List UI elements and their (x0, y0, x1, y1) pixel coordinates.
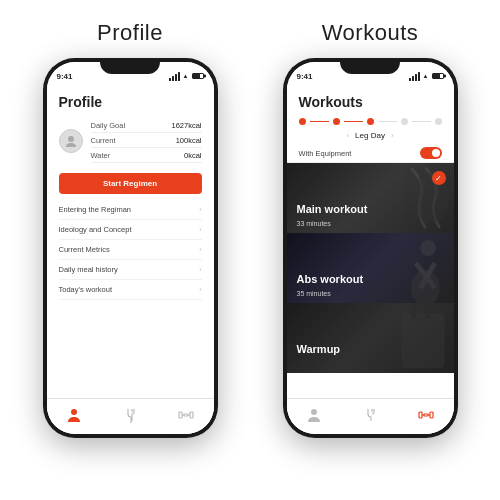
main-workout-card[interactable]: Main workout 33 minutes ✓ (287, 163, 454, 233)
svg-point-1 (71, 409, 77, 415)
workouts-phone: 9:41 ▲ Workouts (283, 58, 458, 438)
phone-notch (340, 58, 400, 74)
profile-status-icons: ▲ (169, 72, 204, 81)
stat-daily-goal: Daily Goal 1627kcal (91, 118, 202, 133)
day-nav: ‹ Leg Day › (287, 129, 454, 144)
avatar (59, 129, 83, 153)
progress-line-3 (378, 121, 397, 123)
progress-line-1 (310, 121, 329, 123)
profile-avatar-row: Daily Goal 1627kcal Current 100kcal Wate… (47, 114, 214, 167)
equipment-row: With Equipment (287, 144, 454, 163)
profile-section: Profile 9:41 ▲ (43, 20, 218, 438)
progress-dot-5 (435, 118, 442, 125)
prev-day-icon[interactable]: ‹ (346, 131, 349, 140)
progress-dot-1 (299, 118, 306, 125)
progress-line-4 (412, 121, 431, 123)
chevron-icon: › (199, 206, 201, 213)
equipment-toggle[interactable] (420, 147, 442, 159)
nav-workout-icon[interactable] (418, 407, 434, 426)
profile-phone: 9:41 ▲ Profile (43, 58, 218, 438)
menu-entering[interactable]: Entering the Regiman › (59, 200, 202, 220)
svg-point-15 (311, 409, 317, 415)
wifi-icon: ▲ (183, 73, 189, 79)
profile-screen-title: Profile (47, 86, 214, 114)
workouts-screen: Workouts ‹ Leg Day › (287, 86, 454, 434)
progress-line-2 (344, 121, 363, 123)
svg-rect-18 (430, 412, 433, 418)
warmup-card[interactable]: Warmup (287, 303, 454, 373)
workouts-section: Workouts 9:41 ▲ (283, 20, 458, 438)
menu-ideology[interactable]: Ideology and Concept › (59, 220, 202, 240)
profile-screen: Profile Daily Goal 1627kcal (47, 86, 214, 434)
menu-meal-history[interactable]: Daily meal history › (59, 260, 202, 280)
svg-rect-4 (190, 412, 193, 418)
signal-icon (409, 72, 420, 81)
profile-bottom-nav (47, 398, 214, 434)
main-workout-title: Main workout (297, 203, 368, 215)
toggle-knob (432, 149, 440, 157)
profile-stats: Daily Goal 1627kcal Current 100kcal Wate… (91, 118, 202, 163)
profile-menu: Entering the Regiman › Ideology and Conc… (47, 200, 214, 300)
abs-workout-title: Abs workout (297, 273, 364, 285)
warmup-title: Warmup (297, 343, 341, 355)
workout-check-icon: ✓ (432, 171, 446, 185)
chevron-icon: › (199, 266, 201, 273)
profile-status-time: 9:41 (57, 72, 73, 81)
wifi-icon: ▲ (423, 73, 429, 79)
chevron-icon: › (199, 286, 201, 293)
nav-food-icon[interactable] (362, 407, 378, 426)
card-overlay (287, 303, 454, 373)
nav-workout-icon[interactable] (178, 407, 194, 426)
workouts-phone-inner: 9:41 ▲ Workouts (287, 62, 454, 434)
workouts-bottom-nav (287, 398, 454, 434)
svg-rect-16 (424, 414, 428, 416)
stat-current: Current 100kcal (91, 133, 202, 148)
nav-profile-icon[interactable] (306, 407, 322, 426)
svg-rect-17 (419, 412, 422, 418)
progress-dot-3 (367, 118, 374, 125)
workouts-status-time: 9:41 (297, 72, 313, 81)
menu-todays-workout[interactable]: Today's workout › (59, 280, 202, 300)
day-label: Leg Day (355, 131, 385, 140)
progress-dots (287, 114, 454, 129)
next-day-icon[interactable]: › (391, 131, 394, 140)
profile-section-title: Profile (97, 20, 163, 46)
abs-workout-duration: 35 minutes (297, 290, 331, 297)
stat-water: Water 0kcal (91, 148, 202, 163)
battery-icon (192, 73, 204, 79)
workout-cards: Main workout 33 minutes ✓ (287, 163, 454, 398)
profile-phone-inner: 9:41 ▲ Profile (47, 62, 214, 434)
svg-rect-2 (184, 414, 188, 416)
progress-dot-4 (401, 118, 408, 125)
abs-workout-card[interactable]: Abs workout 35 minutes (287, 233, 454, 303)
workouts-status-icons: ▲ (409, 72, 444, 81)
nav-food-icon[interactable] (122, 407, 138, 426)
nav-profile-icon[interactable] (66, 407, 82, 426)
main-workout-duration: 33 minutes (297, 220, 331, 227)
chevron-icon: › (199, 226, 201, 233)
equipment-label: With Equipment (299, 149, 352, 158)
start-regimen-button[interactable]: Start Regimen (59, 173, 202, 194)
signal-icon (169, 72, 180, 81)
workouts-screen-title: Workouts (287, 86, 454, 114)
battery-icon (432, 73, 444, 79)
svg-rect-3 (179, 412, 182, 418)
svg-point-0 (68, 136, 74, 142)
workouts-section-title: Workouts (322, 20, 419, 46)
menu-metrics[interactable]: Current Metrics › (59, 240, 202, 260)
progress-dot-2 (333, 118, 340, 125)
chevron-icon: › (199, 246, 201, 253)
phone-notch (100, 58, 160, 74)
